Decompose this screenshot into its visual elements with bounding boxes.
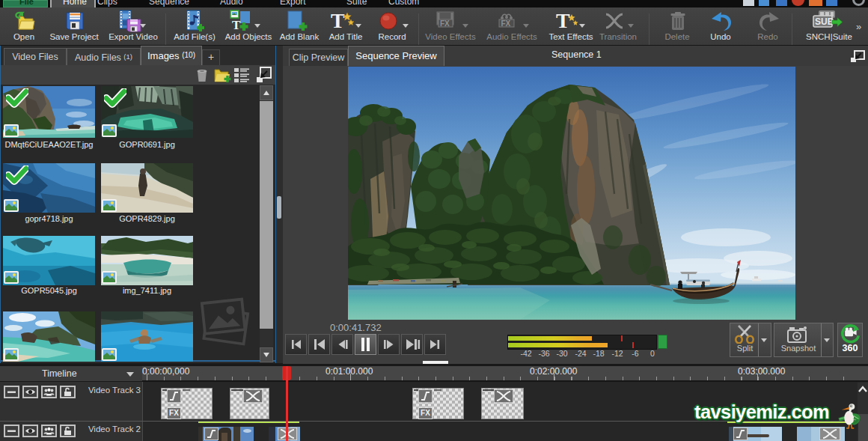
svg-text:FX: FX xyxy=(501,19,511,28)
svg-text:FX: FX xyxy=(440,19,450,28)
svg-text:T: T xyxy=(556,10,570,32)
svg-text:T: T xyxy=(331,10,345,32)
svg-text:T: T xyxy=(232,18,241,32)
svg-text:SUB: SUB xyxy=(815,16,834,27)
